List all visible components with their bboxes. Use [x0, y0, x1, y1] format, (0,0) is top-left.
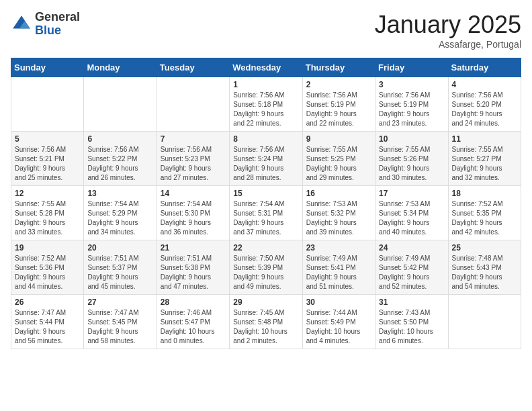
calendar-week-row: 5Sunrise: 7:56 AM Sunset: 5:21 PM Daylig…: [11, 132, 521, 186]
calendar-cell: 4Sunrise: 7:56 AM Sunset: 5:20 PM Daylig…: [448, 77, 521, 132]
calendar-week-row: 1Sunrise: 7:56 AM Sunset: 5:18 PM Daylig…: [11, 77, 521, 132]
calendar-cell: 15Sunrise: 7:54 AM Sunset: 5:31 PM Dayli…: [230, 186, 302, 240]
day-info: Sunrise: 7:50 AM Sunset: 5:39 PM Dayligh…: [233, 254, 298, 291]
calendar-cell: 21Sunrise: 7:51 AM Sunset: 5:38 PM Dayli…: [157, 240, 229, 295]
calendar-cell: 25Sunrise: 7:48 AM Sunset: 5:43 PM Dayli…: [448, 240, 521, 295]
day-number: 25: [452, 243, 517, 253]
day-number: 28: [161, 298, 226, 307]
logo-blue: Blue: [35, 24, 80, 38]
day-info: Sunrise: 7:54 AM Sunset: 5:29 PM Dayligh…: [87, 199, 152, 237]
day-number: 17: [379, 189, 444, 198]
location: Assafarge, Portugal: [375, 39, 521, 50]
weekday-header: Wednesday: [230, 58, 302, 77]
day-info: Sunrise: 7:56 AM Sunset: 5:18 PM Dayligh…: [233, 91, 298, 128]
calendar-cell: 9Sunrise: 7:55 AM Sunset: 5:25 PM Daylig…: [302, 132, 375, 186]
logo-text: General Blue: [35, 11, 80, 38]
day-number: 1: [233, 80, 298, 89]
calendar-cell: 19Sunrise: 7:52 AM Sunset: 5:36 PM Dayli…: [11, 240, 84, 295]
day-info: Sunrise: 7:55 AM Sunset: 5:25 PM Dayligh…: [306, 145, 371, 183]
calendar-cell: [157, 77, 229, 132]
day-info: Sunrise: 7:56 AM Sunset: 5:21 PM Dayligh…: [15, 145, 80, 183]
day-number: 5: [15, 134, 80, 144]
day-number: 6: [87, 134, 152, 144]
day-number: 26: [15, 298, 80, 307]
day-info: Sunrise: 7:51 AM Sunset: 5:38 PM Dayligh…: [161, 254, 226, 291]
logo-general: General: [35, 11, 80, 24]
weekday-header: Tuesday: [157, 58, 229, 77]
day-number: 4: [452, 80, 517, 89]
calendar-cell: 7Sunrise: 7:56 AM Sunset: 5:23 PM Daylig…: [157, 132, 229, 186]
day-info: Sunrise: 7:47 AM Sunset: 5:45 PM Dayligh…: [87, 308, 152, 346]
day-info: Sunrise: 7:55 AM Sunset: 5:27 PM Dayligh…: [452, 145, 517, 183]
day-info: Sunrise: 7:52 AM Sunset: 5:35 PM Dayligh…: [452, 199, 517, 237]
calendar-cell: 14Sunrise: 7:54 AM Sunset: 5:30 PM Dayli…: [157, 186, 229, 240]
day-number: 8: [233, 134, 298, 144]
day-info: Sunrise: 7:53 AM Sunset: 5:32 PM Dayligh…: [306, 199, 371, 237]
calendar-cell: 20Sunrise: 7:51 AM Sunset: 5:37 PM Dayli…: [84, 240, 157, 295]
calendar-cell: 10Sunrise: 7:55 AM Sunset: 5:26 PM Dayli…: [375, 132, 448, 186]
calendar-week-row: 12Sunrise: 7:55 AM Sunset: 5:28 PM Dayli…: [11, 186, 521, 240]
day-info: Sunrise: 7:56 AM Sunset: 5:24 PM Dayligh…: [233, 145, 298, 183]
day-info: Sunrise: 7:48 AM Sunset: 5:43 PM Dayligh…: [452, 254, 517, 291]
calendar-cell: 24Sunrise: 7:49 AM Sunset: 5:42 PM Dayli…: [375, 240, 448, 295]
day-info: Sunrise: 7:52 AM Sunset: 5:36 PM Dayligh…: [15, 254, 80, 291]
calendar-cell: 1Sunrise: 7:56 AM Sunset: 5:18 PM Daylig…: [230, 77, 302, 132]
day-info: Sunrise: 7:45 AM Sunset: 5:48 PM Dayligh…: [233, 308, 298, 346]
calendar-cell: 17Sunrise: 7:53 AM Sunset: 5:34 PM Dayli…: [375, 186, 448, 240]
calendar-cell: 30Sunrise: 7:44 AM Sunset: 5:49 PM Dayli…: [302, 295, 375, 349]
day-info: Sunrise: 7:49 AM Sunset: 5:42 PM Dayligh…: [379, 254, 444, 291]
day-number: 20: [87, 243, 152, 253]
calendar-cell: 13Sunrise: 7:54 AM Sunset: 5:29 PM Dayli…: [84, 186, 157, 240]
calendar-cell: [84, 77, 157, 132]
month-title: January 2025: [375, 11, 521, 39]
day-number: 27: [87, 298, 152, 307]
calendar-cell: 16Sunrise: 7:53 AM Sunset: 5:32 PM Dayli…: [302, 186, 375, 240]
day-info: Sunrise: 7:43 AM Sunset: 5:50 PM Dayligh…: [379, 308, 444, 346]
calendar-cell: 2Sunrise: 7:56 AM Sunset: 5:19 PM Daylig…: [302, 77, 375, 132]
day-info: Sunrise: 7:54 AM Sunset: 5:31 PM Dayligh…: [233, 199, 298, 237]
weekday-header: Sunday: [11, 58, 84, 77]
calendar-cell: 29Sunrise: 7:45 AM Sunset: 5:48 PM Dayli…: [230, 295, 302, 349]
calendar-week-row: 26Sunrise: 7:47 AM Sunset: 5:44 PM Dayli…: [11, 295, 521, 349]
day-number: 31: [379, 298, 444, 307]
day-number: 7: [161, 134, 226, 144]
calendar-cell: 28Sunrise: 7:46 AM Sunset: 5:47 PM Dayli…: [157, 295, 229, 349]
day-number: 30: [306, 298, 371, 307]
day-number: 15: [233, 189, 298, 198]
day-info: Sunrise: 7:47 AM Sunset: 5:44 PM Dayligh…: [15, 308, 80, 346]
calendar-cell: 18Sunrise: 7:52 AM Sunset: 5:35 PM Dayli…: [448, 186, 521, 240]
day-number: 16: [306, 189, 371, 198]
calendar-cell: 27Sunrise: 7:47 AM Sunset: 5:45 PM Dayli…: [84, 295, 157, 349]
weekday-header: Saturday: [448, 58, 521, 77]
calendar-cell: 12Sunrise: 7:55 AM Sunset: 5:28 PM Dayli…: [11, 186, 84, 240]
day-info: Sunrise: 7:46 AM Sunset: 5:47 PM Dayligh…: [161, 308, 226, 346]
calendar-cell: 23Sunrise: 7:49 AM Sunset: 5:41 PM Dayli…: [302, 240, 375, 295]
day-info: Sunrise: 7:51 AM Sunset: 5:37 PM Dayligh…: [87, 254, 152, 291]
calendar-cell: 5Sunrise: 7:56 AM Sunset: 5:21 PM Daylig…: [11, 132, 84, 186]
day-info: Sunrise: 7:54 AM Sunset: 5:30 PM Dayligh…: [161, 199, 226, 237]
logo: General Blue: [11, 11, 80, 38]
day-number: 11: [452, 134, 517, 144]
day-info: Sunrise: 7:55 AM Sunset: 5:28 PM Dayligh…: [15, 199, 80, 237]
logo-icon: [11, 13, 32, 35]
day-number: 21: [161, 243, 226, 253]
day-info: Sunrise: 7:56 AM Sunset: 5:19 PM Dayligh…: [379, 91, 444, 128]
day-number: 22: [233, 243, 298, 253]
day-number: 24: [379, 243, 444, 253]
calendar-cell: [448, 295, 521, 349]
calendar-cell: 31Sunrise: 7:43 AM Sunset: 5:50 PM Dayli…: [375, 295, 448, 349]
day-number: 2: [306, 80, 371, 89]
day-info: Sunrise: 7:56 AM Sunset: 5:20 PM Dayligh…: [452, 91, 517, 128]
day-number: 23: [306, 243, 371, 253]
page-header: General Blue January 2025 Assafarge, Por…: [11, 11, 521, 50]
calendar-cell: 22Sunrise: 7:50 AM Sunset: 5:39 PM Dayli…: [230, 240, 302, 295]
day-number: 9: [306, 134, 371, 144]
day-info: Sunrise: 7:55 AM Sunset: 5:26 PM Dayligh…: [379, 145, 444, 183]
day-number: 29: [233, 298, 298, 307]
day-info: Sunrise: 7:56 AM Sunset: 5:22 PM Dayligh…: [87, 145, 152, 183]
day-number: 12: [15, 189, 80, 198]
day-number: 10: [379, 134, 444, 144]
calendar-cell: 26Sunrise: 7:47 AM Sunset: 5:44 PM Dayli…: [11, 295, 84, 349]
calendar-header: SundayMondayTuesdayWednesdayThursdayFrid…: [11, 58, 521, 77]
weekday-header: Friday: [375, 58, 448, 77]
